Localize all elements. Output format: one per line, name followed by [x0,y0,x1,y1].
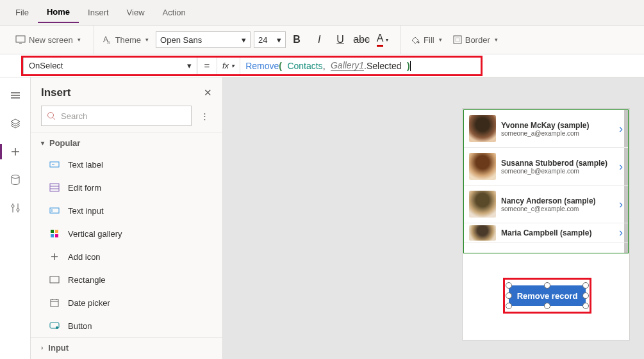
selected-control[interactable]: Remove record [509,285,586,306]
tree-view-tab[interactable] [3,83,28,108]
item-label: Edit form [68,183,101,193]
gallery-row[interactable]: Maria Campbell (sample) › [464,223,628,243]
strikethrough-button[interactable]: abc [352,31,370,49]
resize-handle[interactable] [506,282,512,289]
theme-icon: Aa [103,35,112,44]
insert-text-label[interactable]: Text label [31,153,222,176]
border-icon [453,35,462,44]
new-screen-label: New screen [29,35,73,45]
gallery-row[interactable]: Nancy Anderson (sample) someone_c@exampl… [464,186,628,223]
resize-handle[interactable] [506,303,512,309]
underline-button[interactable]: U [331,31,349,49]
gallery-row[interactable]: Susanna Stubberod (sample) someone_b@exa… [464,148,628,186]
contact-name: Susanna Stubberod (sample) [501,159,614,168]
svg-rect-5 [454,36,461,44]
canvas[interactable]: Yvonne McKay (sample) someone_a@example.… [223,77,644,359]
svg-rect-0 [16,36,25,42]
gallery-control[interactable]: Yvonne McKay (sample) someone_a@example.… [463,109,629,253]
insert-rectangle[interactable]: Rectangle [31,268,222,291]
item-label: Date picker [68,298,110,308]
bold-button[interactable]: B [289,31,307,49]
menu-insert[interactable]: Insert [79,3,118,22]
font-family-value: Open Sans [160,35,202,45]
property-selector[interactable]: OnSelect ▾ [23,57,197,75]
insert-vertical-gallery[interactable]: Vertical gallery [31,222,222,245]
insert-date-picker[interactable]: Date picker [31,291,222,314]
svg-point-16 [17,209,19,211]
item-label: Rectangle [68,275,106,285]
fill-button[interactable]: Fill ▾ [406,33,446,47]
svg-rect-28 [51,234,54,237]
fill-icon [410,35,420,44]
insert-button[interactable]: Button [31,314,222,337]
section-input-header[interactable]: › Input [31,337,222,358]
font-family-select[interactable]: Open Sans ▾ [156,31,251,48]
left-rail [0,77,31,359]
chevron-right-icon: › [41,344,43,351]
insert-add-icon[interactable]: Add icon [31,245,222,268]
insert-text-input[interactable]: Text input [31,199,222,222]
resize-handle[interactable] [544,282,550,289]
svg-point-38 [56,326,58,329]
text-cursor [410,61,411,71]
section-popular-header[interactable]: ▾ Popular [31,132,222,153]
screen-icon [15,35,26,44]
chevron-down-icon: ▾ [439,36,442,43]
svg-rect-24 [50,208,59,213]
italic-button[interactable]: I [310,31,328,49]
svg-rect-21 [50,184,59,191]
settings-tab[interactable] [3,195,28,221]
resize-handle[interactable] [582,282,589,289]
section-popular-label: Popular [49,138,80,148]
border-button[interactable]: Border ▾ [449,33,502,47]
more-options-button[interactable]: ⋮ [197,111,212,121]
chevron-right-icon[interactable]: › [619,226,623,239]
insert-tab[interactable] [3,139,28,164]
border-label: Border [465,35,490,45]
property-value: OnSelect [29,61,63,70]
formula-input[interactable]: Remove( Contacts, Gallery1.Selected ) [240,57,639,75]
menu-home[interactable]: Home [38,2,79,23]
contact-name: Nancy Anderson (sample) [501,196,614,205]
chevron-down-icon: ▾ [145,36,149,43]
font-size-value: 24 [258,35,267,45]
plus-icon [49,251,60,262]
resize-handle[interactable] [506,292,512,299]
menu-view[interactable]: View [118,3,154,22]
calendar-icon [49,297,60,308]
chevron-right-icon[interactable]: › [619,198,623,211]
chevron-down-icon: ▾ [242,35,246,45]
theme-button[interactable]: Aa Theme ▾ [99,33,153,47]
section-input-label: Input [48,343,69,353]
font-size-select[interactable]: 24 ▾ [254,31,286,48]
font-color-button[interactable]: A▾ [374,31,392,49]
menu-file[interactable]: File [6,3,38,22]
svg-point-17 [48,113,54,118]
resize-handle[interactable] [582,303,589,309]
chevron-right-icon[interactable]: › [619,122,623,136]
edit-form-icon [49,182,60,193]
item-label: Add icon [68,252,101,262]
contact-name: Maria Campbell (sample) [501,228,614,237]
gallery-icon [49,228,60,239]
remove-record-button[interactable]: Remove record [509,285,586,306]
svg-rect-29 [55,234,58,237]
data-tab[interactable] [3,167,28,193]
menu-bar: File Home Insert View Action [0,0,644,26]
fx-button[interactable]: fx ▾ [217,57,240,75]
svg-line-18 [53,118,56,120]
text-label-icon [49,159,60,170]
menu-action[interactable]: Action [154,3,195,22]
svg-point-12 [12,175,19,179]
new-screen-button[interactable]: New screen ▾ [12,33,85,47]
avatar-image [469,191,496,218]
resize-handle[interactable] [582,292,589,299]
layers-tab[interactable] [3,111,28,136]
insert-edit-form[interactable]: Edit form [31,176,222,199]
resize-handle[interactable] [544,303,550,309]
close-panel-button[interactable]: ✕ [204,87,212,99]
search-input[interactable]: Search [41,106,192,126]
gallery-row[interactable]: Yvonne McKay (sample) someone_a@example.… [464,110,628,148]
button-icon [49,320,60,331]
chevron-right-icon[interactable]: › [619,160,623,173]
